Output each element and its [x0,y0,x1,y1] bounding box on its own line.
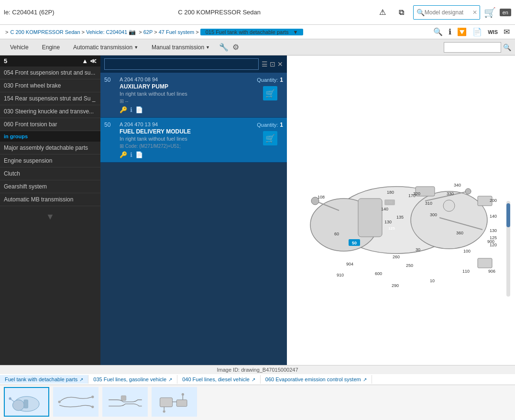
wis-icon[interactable]: WIS [488,29,498,35]
close-nav-icon[interactable]: ≪ [90,57,97,65]
svg-text:108: 108 [318,195,325,199]
tab-bar: Vehicle Engine Automatic transmission ▼ … [0,39,515,55]
svg-rect-3 [358,199,382,237]
thumb-tab-060[interactable]: 060 Evaporative emission control system … [261,375,372,384]
breadcrumb-vehicle-id[interactable]: Vehicle: C204041 [86,29,127,35]
list-view-icon[interactable]: ☰ [262,60,268,68]
external-link-icon-1[interactable]: ↗ [168,377,172,382]
svg-text:330: 330 [447,191,454,196]
svg-text:910: 910 [337,273,344,277]
thumb-035[interactable] [53,387,99,417]
thumb-tab-035[interactable]: 035 Fuel lines, gasoline vehicle ↗ [88,375,177,384]
sidebar-nav-number: 5 [4,57,7,65]
svg-text:250: 250 [406,263,413,268]
part-meta-0: ⊞ -- [120,98,253,104]
top-bar-icons: ⚠ ⧉ 🔍 ✕ 🛒 en [375,5,511,20]
filter-icon[interactable]: 🔽 [457,27,467,36]
svg-text:340: 340 [454,183,461,188]
breadcrumb-current[interactable]: 015 Fuel tank with detachable parts ▼ [200,29,304,35]
sidebar-cat-engine-susp[interactable]: Engine suspension [0,155,100,167]
add-cart-btn-1[interactable]: 🛒 [263,131,277,145]
svg-rect-61 [176,400,187,407]
sidebar-cat-gearshift[interactable]: Gearshift system [0,180,100,193]
breadcrumb-camera-icon[interactable]: 📷 [129,29,136,35]
warning-icon-btn[interactable]: ⚠ [375,5,390,20]
part-name-1: FUEL DELIVERY MODULE [120,128,253,135]
thumb-040[interactable] [102,387,148,417]
svg-text:130: 130 [384,220,392,224]
breadcrumb-toolbar: 🔍 ℹ 🔽 📄 WIS ✉ [432,27,511,36]
sidebar-item-054[interactable]: 054 Front suspension strut and su... [0,66,100,79]
breadcrumb-fuel-system[interactable]: 47 Fuel system [159,29,195,35]
svg-text:100: 100 [463,249,471,254]
zoom-in-icon[interactable]: 🔍 [433,27,443,36]
sidebar-item-154[interactable]: 154 Rear suspension strut and Su _ [0,92,100,105]
doc-icon-0[interactable]: 📄 [135,106,143,113]
info-icon-0[interactable]: ℹ [130,106,132,113]
external-link-icon-2[interactable]: ↗ [252,377,255,382]
info-icon-1[interactable]: ℹ [130,151,132,158]
tab-engine[interactable]: Engine [36,42,66,53]
doc-icon-1[interactable]: 📄 [135,151,143,158]
thumb-tab-040[interactable]: 040 Fuel lines, diesel vehicle ↗ [177,375,261,384]
sidebar-cat-clutch[interactable]: Clutch [0,167,100,180]
svg-text:10: 10 [430,278,435,283]
parts-search-input[interactable] [104,58,259,70]
svg-rect-60 [160,398,172,407]
breadcrumb-62p[interactable]: 62P [143,29,153,35]
model-search-input[interactable] [425,9,472,16]
qty-value-1: 1 [280,122,283,128]
svg-text:125: 125 [388,226,395,231]
thumbnail-tabs: Fuel tank with detachable parts ↗ 035 Fu… [0,374,515,385]
collapse-icon[interactable]: ▲ [82,57,88,65]
clear-search-icon[interactable]: ✕ [472,9,477,16]
sidebar-item-030b[interactable]: 030 Steering knuckle and transve... [0,105,100,118]
scroll-down-icon[interactable]: ▼ [46,212,55,222]
svg-point-64 [163,410,165,412]
breadcrumb: > C 200 KOMPRESSOR Sedan > Vehicle: C204… [0,25,515,39]
part-code-1: A 204 470 13 94 [120,122,253,127]
tab-search-input[interactable] [444,42,501,53]
tab-vehicle[interactable]: Vehicle [4,42,35,53]
svg-rect-17 [384,199,395,205]
svg-text:50: 50 [351,241,356,245]
svg-text:360: 360 [456,231,463,235]
sidebar-cat-major[interactable]: Major assembly detachable parts [0,142,100,155]
wrench-icon[interactable]: 🔧 [219,43,229,52]
thumb-060[interactable] [152,387,197,417]
chevron-down-icon: ▼ [134,45,138,50]
close-parts-icon[interactable]: ✕ [277,60,283,68]
thumb-tab-015[interactable]: Fuel tank with detachable parts ↗ [0,375,88,384]
sidebar-nav-header: 5 ▲ ≪ [0,55,100,66]
svg-point-10 [443,200,455,211]
info-icon[interactable]: ℹ [449,27,451,36]
sidebar-cat-auto-mb[interactable]: Automatic MB transmission [0,193,100,206]
breadcrumb-vehicle[interactable]: C 200 KOMPRESSOR Sedan [10,29,80,35]
svg-point-57 [91,396,94,398]
parts-list-body: 50 A 204 470 08 94 AUXILIARY PUMP In rig… [100,73,287,365]
sidebar-item-030a[interactable]: 030 Front wheel brake [0,79,100,92]
svg-rect-55 [23,400,28,408]
mail-icon[interactable]: ✉ [504,27,510,36]
language-button[interactable]: en [500,9,511,16]
svg-point-54 [9,397,11,399]
part-item-0[interactable]: 50 A 204 470 08 94 AUXILIARY PUMP In rig… [100,73,287,118]
settings-icon[interactable]: ⚙ [232,43,239,52]
expand-icon[interactable]: ⊡ [270,60,275,68]
tab-manual-trans[interactable]: Manual transmission ▼ [145,42,216,53]
document-icon[interactable]: 📄 [472,27,482,36]
external-link-icon-0[interactable]: ↗ [79,377,83,382]
svg-text:140: 140 [381,207,388,211]
key-icon-0[interactable]: 🔑 [120,106,127,113]
cart-button[interactable]: 🛒 [484,7,496,18]
add-cart-btn-0[interactable]: 🛒 [263,86,277,100]
copy-icon-btn[interactable]: ⧉ [394,5,409,20]
top-bar: le: C204041 (62P) C 200 KOMPRESSOR Sedan… [0,0,515,25]
part-item-1[interactable]: 50 A 204 470 13 94 FUEL DELIVERY MODULE … [100,118,287,163]
thumb-015[interactable] [4,387,49,417]
tab-search-icon[interactable]: 🔍 [503,44,511,51]
sidebar-item-060[interactable]: 060 Front torsion bar [0,118,100,131]
tab-auto-trans[interactable]: Automatic transmission ▼ [67,42,144,53]
external-link-icon-3[interactable]: ↗ [363,377,367,382]
key-icon-1[interactable]: 🔑 [120,151,127,158]
